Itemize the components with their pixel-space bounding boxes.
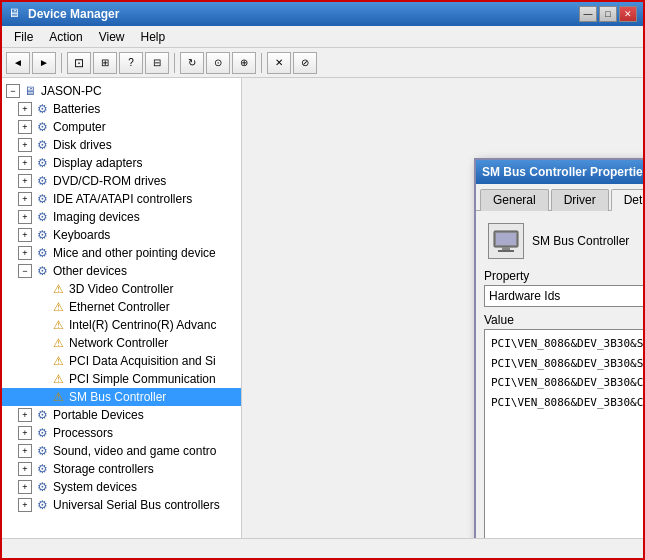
tree-item-icon: ⚙ bbox=[34, 119, 50, 135]
tree-item[interactable]: +⚙Computer bbox=[2, 118, 241, 136]
tree-item[interactable]: ⚠Network Controller bbox=[2, 334, 241, 352]
tree-item-label: Sound, video and game contro bbox=[53, 444, 216, 458]
tree-item-icon: ⚠ bbox=[50, 281, 66, 297]
tree-item-icon: ⚠ bbox=[50, 335, 66, 351]
tree-item[interactable]: +⚙Batteries bbox=[2, 100, 241, 118]
tree-item[interactable]: +⚙Storage controllers bbox=[2, 460, 241, 478]
tab-driver[interactable]: Driver bbox=[551, 189, 609, 211]
status-bar bbox=[2, 538, 643, 558]
tree-item[interactable]: +⚙System devices bbox=[2, 478, 241, 496]
tree-expand[interactable]: + bbox=[18, 462, 32, 476]
tree-item[interactable]: +⚙DVD/CD-ROM drives bbox=[2, 172, 241, 190]
tab-details[interactable]: Details bbox=[611, 189, 643, 211]
tree-item-icon: ⚙ bbox=[34, 101, 50, 117]
tree-item-label: Ethernet Controller bbox=[69, 300, 170, 314]
tab-general[interactable]: General bbox=[480, 189, 549, 211]
toolbar-update-button[interactable]: ⊞ bbox=[93, 52, 117, 74]
device-name: SM Bus Controller bbox=[532, 234, 629, 248]
toolbar-resources-button[interactable]: ⊘ bbox=[293, 52, 317, 74]
tree-item[interactable]: +⚙IDE ATA/ATAPI controllers bbox=[2, 190, 241, 208]
menu-view[interactable]: View bbox=[91, 28, 133, 46]
tree-item-label: PCI Data Acquisition and Si bbox=[69, 354, 216, 368]
tree-item[interactable]: +⚙Portable Devices bbox=[2, 406, 241, 424]
tree-expand[interactable]: + bbox=[18, 498, 32, 512]
tree-expand[interactable]: + bbox=[18, 192, 32, 206]
tree-expand[interactable]: + bbox=[18, 138, 32, 152]
tree-item[interactable]: +⚙Imaging devices bbox=[2, 208, 241, 226]
toolbar-properties-button[interactable]: ⊡ bbox=[67, 52, 91, 74]
tree-item-icon: ⚠ bbox=[50, 389, 66, 405]
tree-item-icon: ⚙ bbox=[34, 209, 50, 225]
maximize-button[interactable]: □ bbox=[599, 6, 617, 22]
property-label: Property bbox=[484, 269, 643, 283]
toolbar-help-button[interactable]: ? bbox=[119, 52, 143, 74]
menu-action[interactable]: Action bbox=[41, 28, 90, 46]
tree-expand[interactable]: + bbox=[18, 480, 32, 494]
toolbar-forward-button[interactable]: ► bbox=[32, 52, 56, 74]
close-button[interactable]: ✕ bbox=[619, 6, 637, 22]
property-dropdown[interactable]: Hardware Ids Compatible Ids Class Device… bbox=[484, 285, 643, 307]
tree-item[interactable]: ⚠SM Bus Controller bbox=[2, 388, 241, 406]
toolbar-device-button[interactable]: ⊙ bbox=[206, 52, 230, 74]
tree-item[interactable]: +⚙Display adapters bbox=[2, 154, 241, 172]
tree-item[interactable]: +⚙Keyboards bbox=[2, 226, 241, 244]
tree-expand[interactable]: + bbox=[18, 174, 32, 188]
tree-item-icon: ⚙ bbox=[34, 155, 50, 171]
tree-item-icon: ⚠ bbox=[50, 371, 66, 387]
minimize-button[interactable]: — bbox=[579, 6, 597, 22]
tree-item[interactable]: ⚠3D Video Controller bbox=[2, 280, 241, 298]
toolbar-separator-2 bbox=[174, 53, 175, 73]
tree-item[interactable]: +⚙Disk drives bbox=[2, 136, 241, 154]
value-section: Value PCI\VEN_8086&DEV_3B30&SUBSYS_C08B1… bbox=[484, 313, 643, 538]
tree-item-label: 3D Video Controller bbox=[69, 282, 174, 296]
tree-item-label: System devices bbox=[53, 480, 137, 494]
tree-item[interactable]: +⚙Mice and other pointing device bbox=[2, 244, 241, 262]
device-icon bbox=[488, 223, 524, 259]
tree-expand[interactable]: + bbox=[18, 156, 32, 170]
tree-expand[interactable]: + bbox=[18, 246, 32, 260]
tree-item[interactable]: +⚙Sound, video and game contro bbox=[2, 442, 241, 460]
tree-item[interactable]: +⚙Universal Serial Bus controllers bbox=[2, 496, 241, 514]
tree-item[interactable]: −🖥JASON-PC bbox=[2, 82, 241, 100]
menu-help[interactable]: Help bbox=[133, 28, 174, 46]
toolbar-add-button[interactable]: ⊕ bbox=[232, 52, 256, 74]
tree-item-label: Network Controller bbox=[69, 336, 168, 350]
tree-item-icon: ⚠ bbox=[50, 317, 66, 333]
value-line: PCI\VEN_8086&DEV_3B30&CC_0C05 bbox=[489, 393, 643, 413]
toolbar-disable-button[interactable]: ✕ bbox=[267, 52, 291, 74]
svg-rect-3 bbox=[498, 250, 514, 252]
menu-file[interactable]: File bbox=[6, 28, 41, 46]
tree-expand[interactable]: + bbox=[18, 120, 32, 134]
window-icon: 🖥 bbox=[8, 6, 24, 22]
dialog-title: SM Bus Controller Properties bbox=[482, 165, 643, 179]
tree-expand[interactable]: + bbox=[18, 444, 32, 458]
tree-item[interactable]: +⚙Processors bbox=[2, 424, 241, 442]
toolbar-separator-1 bbox=[61, 53, 62, 73]
tree-item-icon: ⚙ bbox=[34, 191, 50, 207]
tree-item[interactable]: ⚠PCI Data Acquisition and Si bbox=[2, 352, 241, 370]
window-title: Device Manager bbox=[28, 7, 119, 21]
tree-expand[interactable]: − bbox=[6, 84, 20, 98]
dialog-title-bar: SM Bus Controller Properties ? ✕ bbox=[476, 160, 643, 184]
tree-item-label: IDE ATA/ATAPI controllers bbox=[53, 192, 192, 206]
toolbar-back-button[interactable]: ◄ bbox=[6, 52, 30, 74]
tree-item-label: Intel(R) Centrino(R) Advanc bbox=[69, 318, 216, 332]
tree-item[interactable]: ⚠Ethernet Controller bbox=[2, 298, 241, 316]
tree-expand[interactable]: + bbox=[18, 228, 32, 242]
toolbar-uninstall-button[interactable]: ⊟ bbox=[145, 52, 169, 74]
tree-item-label: DVD/CD-ROM drives bbox=[53, 174, 166, 188]
toolbar-scan-button[interactable]: ↻ bbox=[180, 52, 204, 74]
tree-expand[interactable]: − bbox=[18, 264, 32, 278]
toolbar: ◄ ► ⊡ ⊞ ? ⊟ ↻ ⊙ ⊕ ✕ ⊘ bbox=[2, 48, 643, 78]
tree-expand[interactable]: + bbox=[18, 426, 32, 440]
value-line: PCI\VEN_8086&DEV_3B30&CC_0C0500 bbox=[489, 373, 643, 393]
tree-item[interactable]: −⚙Other devices bbox=[2, 262, 241, 280]
tree-expand[interactable]: + bbox=[18, 102, 32, 116]
device-tree[interactable]: −🖥JASON-PC+⚙Batteries+⚙Computer+⚙Disk dr… bbox=[2, 78, 242, 538]
tree-expand[interactable]: + bbox=[18, 408, 32, 422]
tree-item-label: Other devices bbox=[53, 264, 127, 278]
tree-expand[interactable]: + bbox=[18, 210, 32, 224]
svg-rect-1 bbox=[496, 233, 516, 245]
tree-item[interactable]: ⚠Intel(R) Centrino(R) Advanc bbox=[2, 316, 241, 334]
tree-item[interactable]: ⚠PCI Simple Communication bbox=[2, 370, 241, 388]
